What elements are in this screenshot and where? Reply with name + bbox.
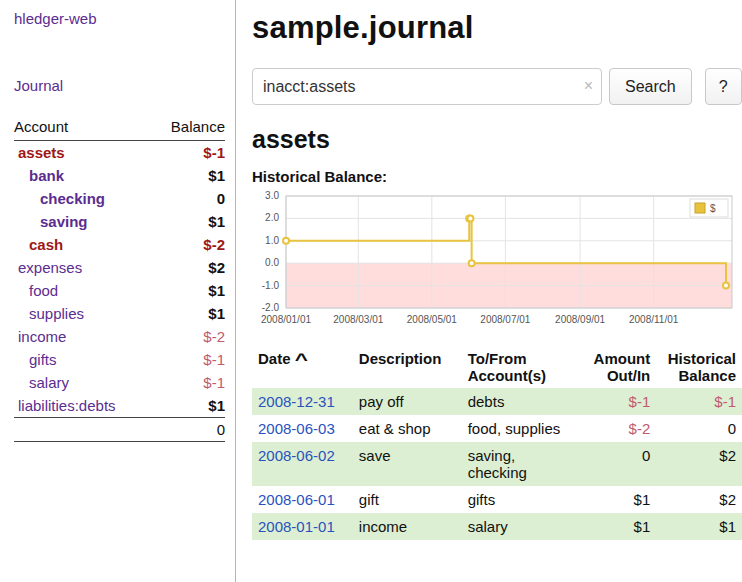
account-balance: $-1 [152, 371, 225, 394]
transaction-amount: $-1 [581, 388, 657, 415]
account-balance: $-1 [152, 348, 225, 371]
legend-swatch-icon [695, 203, 705, 213]
account-link[interactable]: liabilities:debts [18, 397, 116, 414]
y-tick-label: 2.0 [265, 212, 279, 223]
account-row: food$1 [14, 279, 225, 302]
y-tick-label: -1.0 [262, 280, 280, 291]
page-title: sample.journal [252, 10, 742, 46]
data-point-marker [467, 215, 473, 221]
account-balance: $2 [152, 256, 225, 279]
transaction-balance: 0 [656, 415, 742, 442]
search-form: × Search ? [252, 68, 742, 105]
account-link[interactable]: checking [40, 190, 105, 207]
sort-ascending-icon: ^ [294, 349, 307, 368]
app-window: hledger-web Journal Account Balance asse… [0, 0, 742, 582]
account-row: liabilities:debts$1 [14, 394, 225, 418]
register-header-accounts: To/From Account(s) [462, 346, 581, 388]
transaction-date-link[interactable]: 2008-06-02 [258, 447, 335, 464]
transaction-accounts: food, supplies [462, 415, 581, 442]
register-table: Date^ Description To/From Account(s) Amo… [252, 346, 742, 540]
data-point-marker [283, 238, 289, 244]
accounts-header-account: Account [14, 116, 152, 141]
transaction-description: eat & shop [353, 415, 462, 442]
transaction-balance: $2 [656, 486, 742, 513]
account-link[interactable]: supplies [29, 305, 84, 322]
search-button[interactable]: Search [609, 68, 692, 105]
account-balance: $1 [152, 164, 225, 187]
account-balance: $1 [152, 302, 225, 325]
account-balance: $1 [152, 210, 225, 233]
account-balance: $-1 [152, 141, 225, 165]
transaction-date-link[interactable]: 2008-12-31 [258, 393, 335, 410]
account-row: income$-2 [14, 325, 225, 348]
x-tick-label: 2008/05/01 [407, 314, 457, 325]
account-link[interactable]: assets [18, 144, 65, 161]
transaction-balance: $1 [656, 513, 742, 540]
transaction-row: 2008-01-01incomesalary$1$1 [252, 513, 742, 540]
x-tick-label: 2008/03/01 [333, 314, 383, 325]
account-link[interactable]: saving [40, 213, 88, 230]
y-tick-label: -2.0 [262, 302, 280, 313]
account-link[interactable]: bank [29, 167, 64, 184]
clear-search-icon[interactable]: × [584, 76, 593, 96]
account-link[interactable]: cash [29, 236, 63, 253]
accounts-total-balance: 0 [14, 418, 225, 442]
transaction-date-link[interactable]: 2008-06-01 [258, 491, 335, 508]
account-link[interactable]: salary [29, 374, 69, 391]
register-header-date[interactable]: Date^ [252, 346, 353, 388]
account-row: checking0 [14, 187, 225, 210]
account-link[interactable]: income [18, 328, 66, 345]
accounts-table: Account Balance assets$-1bank$1checking0… [14, 116, 225, 442]
transaction-balance: $-1 [656, 388, 742, 415]
transaction-amount: $1 [581, 513, 657, 540]
transaction-row: 2008-06-01giftgifts$1$2 [252, 486, 742, 513]
account-link[interactable]: expenses [18, 259, 82, 276]
transaction-accounts: salary [462, 513, 581, 540]
search-input[interactable] [252, 68, 602, 105]
x-tick-label: 2008/09/01 [555, 314, 605, 325]
accounts-header-row: Account Balance [14, 116, 225, 141]
app-title-link[interactable]: hledger-web [14, 10, 225, 27]
sidebar: hledger-web Journal Account Balance asse… [0, 0, 236, 582]
x-tick-label: 2008/11/01 [629, 314, 679, 325]
account-row: salary$-1 [14, 371, 225, 394]
transaction-amount: $1 [581, 486, 657, 513]
register-header-date-label: Date [258, 350, 291, 367]
chart-svg: 3.02.01.00.0-1.0-2.02008/01/012008/03/01… [252, 190, 740, 334]
help-button[interactable]: ? [705, 68, 742, 105]
data-point-marker [469, 260, 475, 266]
transaction-amount: 0 [581, 442, 657, 486]
account-heading: assets [252, 125, 742, 154]
transaction-date-cell: 2008-06-03 [252, 415, 353, 442]
transaction-date-cell: 2008-12-31 [252, 388, 353, 415]
transaction-balance: $2 [656, 442, 742, 486]
account-row: assets$-1 [14, 141, 225, 165]
account-balance: 0 [152, 187, 225, 210]
accounts-header-balance: Balance [152, 116, 225, 141]
transaction-amount: $-2 [581, 415, 657, 442]
account-balance: $-2 [152, 325, 225, 348]
register-header-balance: Historical Balance [656, 346, 742, 388]
account-row: expenses$2 [14, 256, 225, 279]
transaction-date-link[interactable]: 2008-01-01 [258, 518, 335, 535]
account-link[interactable]: gifts [29, 351, 57, 368]
account-row: bank$1 [14, 164, 225, 187]
search-input-wrap: × [252, 68, 602, 105]
account-row: cash$-2 [14, 233, 225, 256]
transaction-date-link[interactable]: 2008-06-03 [258, 420, 335, 437]
register-header-description: Description [353, 346, 462, 388]
account-link[interactable]: food [29, 282, 58, 299]
y-tick-label: 1.0 [265, 235, 279, 246]
data-point-marker [723, 283, 729, 289]
register-header-row: Date^ Description To/From Account(s) Amo… [252, 346, 742, 388]
x-tick-label: 2008/01/01 [261, 314, 311, 325]
transaction-description: gift [353, 486, 462, 513]
transaction-accounts: saving, checking [462, 442, 581, 486]
x-tick-label: 2008/07/01 [480, 314, 530, 325]
legend-label: $ [710, 203, 716, 214]
transaction-accounts: gifts [462, 486, 581, 513]
journal-link[interactable]: Journal [14, 77, 225, 94]
transaction-row: 2008-06-02savesaving, checking0$2 [252, 442, 742, 486]
transaction-date-cell: 2008-06-01 [252, 486, 353, 513]
historical-balance-chart: 3.02.01.00.0-1.0-2.02008/01/012008/03/01… [252, 190, 742, 338]
